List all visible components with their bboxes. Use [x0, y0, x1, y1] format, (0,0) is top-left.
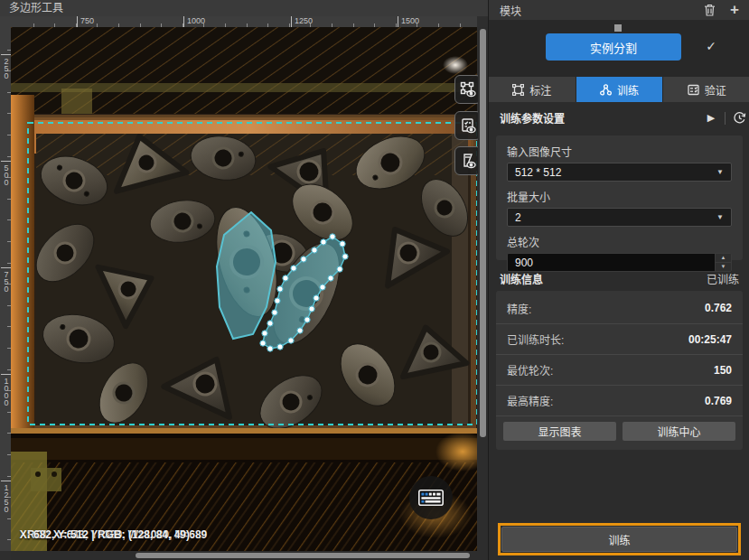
info-value: 0.762 — [705, 302, 732, 314]
annotate-icon — [512, 84, 524, 96]
tab-train[interactable]: 训练 — [576, 77, 663, 102]
tab-validate[interactable]: 验证 — [663, 77, 749, 102]
tab-label: 训练 — [617, 82, 639, 98]
app-window: 多边形工具 750 1000 1250 1500 250 500 750 100… — [0, 0, 749, 560]
panel-tabs: 标注 训练 验证 — [489, 77, 749, 102]
vertical-scrollbar[interactable] — [478, 27, 488, 551]
module-button[interactable]: 实例分割 — [546, 33, 681, 61]
ruler-label: 1250 — [291, 16, 313, 27]
info-row-duration: 已训练时长: 00:25:47 — [496, 323, 743, 354]
annotation-canvas[interactable] — [11, 27, 477, 551]
history-icon[interactable] — [728, 109, 749, 127]
ruler-label: 750 — [77, 16, 94, 27]
ruler-corner — [0, 16, 11, 27]
train-button[interactable]: 训练 — [501, 527, 737, 552]
tab-label: 验证 — [705, 82, 726, 98]
tab-annotate[interactable]: 标注 — [489, 77, 576, 102]
ruler-horizontal: 750 1000 1250 1500 — [11, 16, 477, 27]
add-module-icon[interactable]: + — [725, 2, 744, 18]
module-panel: 模块 + 实例分割 ✓ 标注 — [488, 0, 749, 560]
chevron-down-icon: ▼ — [716, 168, 724, 176]
spin-up-icon[interactable]: ▲ — [716, 254, 731, 262]
info-row-best-epoch: 最优轮次: 150 — [496, 354, 743, 385]
tab-label: 标注 — [529, 82, 551, 98]
ruler-label: 250 — [1, 54, 11, 79]
ruler-label: 1250 — [1, 481, 11, 512]
ruler-label: 1000 — [1, 374, 11, 406]
play-icon[interactable]: ▶ — [700, 109, 722, 127]
info-label: 已训练时长: — [507, 331, 688, 347]
cursor-status-text: X: 682, Y: 512 | RGB: (128, 84, 49) — [20, 528, 190, 541]
training-center-button[interactable]: 训练中心 — [623, 422, 735, 441]
batch-size-dropdown[interactable]: 2 ▼ — [507, 208, 732, 227]
training-info-group: 精度: 0.762 已训练时长: 00:25:47 最优轮次: 150 最高精度… — [496, 291, 743, 450]
horizontal-scrollbar[interactable] — [11, 551, 477, 560]
image-viewer: 多边形工具 750 1000 1250 1500 250 500 750 100… — [0, 0, 488, 560]
info-buttons-row: 显示图表 训练中心 — [496, 415, 743, 446]
ruler-label: 750 — [1, 267, 11, 292]
vertices-visibility-icon — [460, 81, 477, 98]
section-title: 训练信息 — [489, 271, 707, 286]
training-params-header: 训练参数设置 ▶ — [489, 102, 749, 134]
trash-icon[interactable] — [699, 2, 719, 18]
dropdown-value: 512 * 512 — [515, 166, 716, 179]
bin-photo — [11, 27, 477, 551]
divider — [725, 112, 726, 125]
tool-title: 多边形工具 — [0, 0, 488, 16]
scrollbar-corner — [477, 551, 488, 560]
info-value: 150 — [714, 364, 732, 377]
train-nodes-icon — [600, 84, 612, 96]
show-chart-button[interactable]: 显示图表 — [503, 422, 616, 441]
annotation-list-visibility-icon — [460, 117, 477, 135]
info-row-best-accuracy: 最高精度: 0.769 — [496, 385, 743, 415]
ruler-vertical: 250 500 750 1000 1250 — [0, 27, 11, 551]
field-label: 批量大小 — [507, 189, 732, 204]
training-info-header: 训练信息 已训练 — [489, 269, 749, 287]
module-node-handle[interactable] — [614, 24, 622, 32]
ruler-label: 1500 — [398, 16, 419, 27]
ruler-label: 1000 — [183, 16, 205, 27]
keyboard-icon — [418, 490, 444, 506]
info-value: 0.769 — [705, 395, 732, 407]
field-label: 总轮次 — [507, 234, 732, 249]
keyboard-shortcuts-button[interactable] — [409, 476, 453, 519]
info-value: 00:25:47 — [688, 333, 732, 346]
dropdown-value: 2 — [515, 211, 716, 224]
validate-list-icon — [688, 84, 699, 96]
section-title: 训练参数设置 — [489, 110, 700, 126]
info-row-accuracy: 精度: 0.762 — [496, 293, 743, 323]
vertical-scrollbar-handle[interactable] — [480, 29, 486, 437]
check-icon[interactable]: ✓ — [702, 37, 720, 55]
trained-status-badge: 已训练 — [707, 271, 749, 286]
chevron-down-icon: ▼ — [716, 213, 724, 221]
field-label: 输入图像尺寸 — [507, 144, 732, 159]
info-label: 最高精度: — [507, 393, 705, 408]
info-label: 精度: — [507, 301, 705, 316]
input-image-size-dropdown[interactable]: 512 * 512 ▼ — [507, 163, 732, 182]
training-params-group: 输入图像尺寸 512 * 512 ▼ 批量大小 2 ▼ 总轮次 900 ▲ ▼ — [496, 135, 743, 260]
panel-title: 模块 — [489, 3, 699, 18]
mask-visibility-icon — [460, 153, 477, 170]
train-button-highlight: 训练 — [498, 523, 741, 555]
ruler-label: 500 — [1, 161, 11, 185]
info-label: 最优轮次: — [507, 362, 714, 378]
panel-header: 模块 + — [489, 0, 749, 20]
module-tree-area: 实例分割 ✓ — [489, 20, 749, 77]
horizontal-scrollbar-handle[interactable] — [136, 553, 470, 558]
